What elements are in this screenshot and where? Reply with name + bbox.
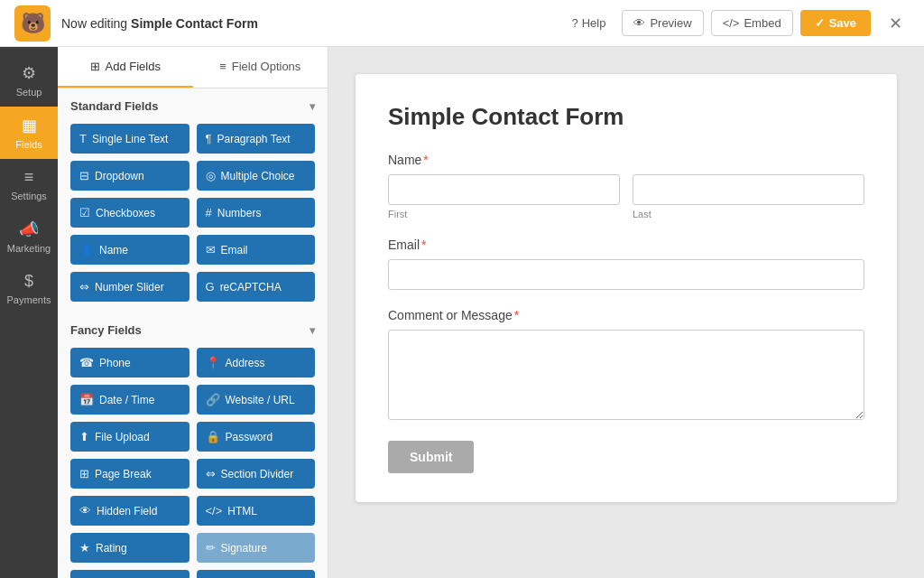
- standard-fields-grid: T Single Line Text ¶ Paragraph Text ⊟ Dr…: [70, 124, 315, 302]
- name-row: First Last: [388, 174, 864, 219]
- chevron-down-icon: ▾: [310, 100, 315, 113]
- field-checkboxes[interactable]: ☑ Checkboxes: [70, 198, 189, 228]
- message-textarea[interactable]: [388, 330, 864, 420]
- help-button[interactable]: ? Help: [562, 11, 614, 35]
- email-label: Email*: [388, 238, 864, 252]
- form-card: Simple Contact Form Name* First Last: [356, 74, 897, 502]
- page-break-icon: ⊞: [79, 467, 89, 480]
- slider-icon: ⇔: [79, 280, 89, 294]
- field-rating[interactable]: ★ Rating: [70, 533, 189, 563]
- field-section-divider[interactable]: ⇔ Section Divider: [197, 459, 316, 489]
- field-date-time[interactable]: 📅 Date / Time: [70, 385, 189, 415]
- password-icon: 🔒: [206, 430, 220, 443]
- page-title: Now editing Simple Contact Form: [61, 16, 562, 31]
- save-button[interactable]: ✓ Save: [800, 10, 871, 36]
- address-icon: 📍: [206, 356, 220, 369]
- marketing-icon: 📣: [19, 219, 39, 239]
- save-icon: ✓: [815, 16, 825, 30]
- close-button[interactable]: ✕: [882, 10, 910, 37]
- fancy-fields-section: Fancy Fields ▾ ☎ Phone 📍 Address 📅 Date …: [58, 312, 328, 578]
- field-numbers[interactable]: # Numbers: [197, 198, 316, 228]
- help-label: Help: [582, 16, 606, 30]
- form-preview-area: Simple Contact Form Name* First Last: [328, 47, 924, 578]
- checkboxes-icon: ☑: [79, 206, 90, 219]
- sidebar-item-label: Setup: [16, 87, 42, 98]
- field-email[interactable]: ✉ Email: [197, 235, 316, 265]
- setup-icon: ⚙: [22, 63, 36, 83]
- field-likert-scale[interactable]: ⇔ Likert Scale: [197, 570, 316, 578]
- top-bar-actions: ? Help 👁 Preview </> Embed ✓ Save ✕: [562, 10, 910, 37]
- numbers-icon: #: [206, 206, 212, 219]
- field-address[interactable]: 📍 Address: [197, 348, 316, 378]
- close-icon: ✕: [889, 14, 902, 33]
- panel-tabs: ⊞ Add Fields ≡ Field Options: [58, 47, 328, 89]
- embed-icon: </>: [723, 16, 740, 30]
- html-icon: </>: [206, 504, 223, 517]
- field-website-url[interactable]: 🔗 Website / URL: [197, 385, 316, 415]
- email-field: Email*: [388, 238, 864, 290]
- embed-button[interactable]: </> Embed: [711, 10, 793, 36]
- field-file-upload[interactable]: ⬆ File Upload: [70, 422, 189, 452]
- field-custom-captcha[interactable]: 🔐 Custom Captcha: [70, 570, 189, 578]
- message-label: Comment or Message*: [388, 308, 864, 322]
- field-recaptcha[interactable]: G reCAPTCHA: [197, 272, 316, 302]
- required-marker: *: [514, 308, 519, 322]
- field-page-break[interactable]: ⊞ Page Break: [70, 459, 189, 489]
- field-password[interactable]: 🔒 Password: [197, 422, 316, 452]
- logo-emoji: 🐻: [21, 12, 45, 35]
- field-hidden-field[interactable]: 👁 Hidden Field: [70, 496, 189, 526]
- date-icon: 📅: [79, 393, 94, 406]
- email-input[interactable]: [388, 259, 864, 290]
- submit-button[interactable]: Submit: [388, 441, 474, 473]
- last-sub-label: Last: [633, 209, 864, 219]
- sidebar-nav: ⚙ Setup ▦ Fields ≡ Settings 📣 Marketing …: [0, 47, 58, 578]
- name-first-input[interactable]: [388, 174, 620, 205]
- preview-icon: 👁: [633, 16, 645, 30]
- field-signature[interactable]: ✏ Signature: [197, 533, 316, 563]
- sidebar-item-label: Marketing: [7, 243, 51, 254]
- rating-icon: ★: [79, 541, 90, 555]
- settings-icon: ≡: [24, 168, 34, 187]
- fancy-fields-header[interactable]: Fancy Fields ▾: [70, 323, 315, 337]
- name-first-col: First: [388, 174, 620, 219]
- form-name: Simple Contact Form: [131, 16, 258, 31]
- hidden-icon: 👁: [79, 504, 91, 517]
- tab-field-options[interactable]: ≡ Field Options: [193, 47, 328, 88]
- sidebar-item-setup[interactable]: ⚙ Setup: [0, 54, 58, 107]
- sidebar-item-label: Payments: [7, 294, 51, 305]
- field-multiple-choice[interactable]: ◎ Multiple Choice: [197, 161, 316, 191]
- field-number-slider[interactable]: ⇔ Number Slider: [70, 272, 189, 302]
- sidebar-item-payments[interactable]: $ Payments: [0, 263, 58, 314]
- sidebar-item-fields[interactable]: ▦ Fields: [0, 107, 58, 159]
- standard-fields-header[interactable]: Standard Fields ▾: [70, 99, 315, 113]
- message-field: Comment or Message*: [388, 308, 864, 423]
- embed-label: Embed: [744, 16, 781, 30]
- sidebar-item-settings[interactable]: ≡ Settings: [0, 159, 58, 210]
- name-icon: 👤: [79, 243, 94, 256]
- dropdown-icon: ⊟: [79, 169, 89, 182]
- preview-button[interactable]: 👁 Preview: [622, 10, 703, 36]
- fancy-fields-grid: ☎ Phone 📍 Address 📅 Date / Time 🔗 Websit…: [70, 348, 315, 578]
- sidebar-item-marketing[interactable]: 📣 Marketing: [0, 210, 58, 263]
- field-html[interactable]: </> HTML: [197, 496, 316, 526]
- field-paragraph-text[interactable]: ¶ Paragraph Text: [197, 124, 316, 154]
- top-bar: 🐻 Now editing Simple Contact Form ? Help…: [0, 0, 924, 47]
- help-icon: ?: [571, 16, 578, 30]
- name-last-input[interactable]: [633, 174, 864, 205]
- field-single-line-text[interactable]: T Single Line Text: [70, 124, 189, 154]
- fancy-section-label: Fancy Fields: [70, 323, 142, 337]
- field-dropdown[interactable]: ⊟ Dropdown: [70, 161, 189, 191]
- required-marker: *: [423, 153, 428, 167]
- field-phone[interactable]: ☎ Phone: [70, 348, 189, 378]
- fields-icon: ▦: [22, 116, 37, 135]
- tab-add-fields[interactable]: ⊞ Add Fields: [58, 47, 193, 88]
- phone-icon: ☎: [79, 356, 94, 369]
- field-name[interactable]: 👤 Name: [70, 235, 189, 265]
- single-line-icon: T: [79, 132, 87, 145]
- required-marker: *: [421, 238, 426, 252]
- tab-options-label: Field Options: [232, 60, 301, 73]
- url-icon: 🔗: [206, 393, 220, 406]
- preview-label: Preview: [650, 16, 691, 30]
- chevron-down-icon: ▾: [310, 324, 315, 337]
- name-label: Name*: [388, 153, 864, 167]
